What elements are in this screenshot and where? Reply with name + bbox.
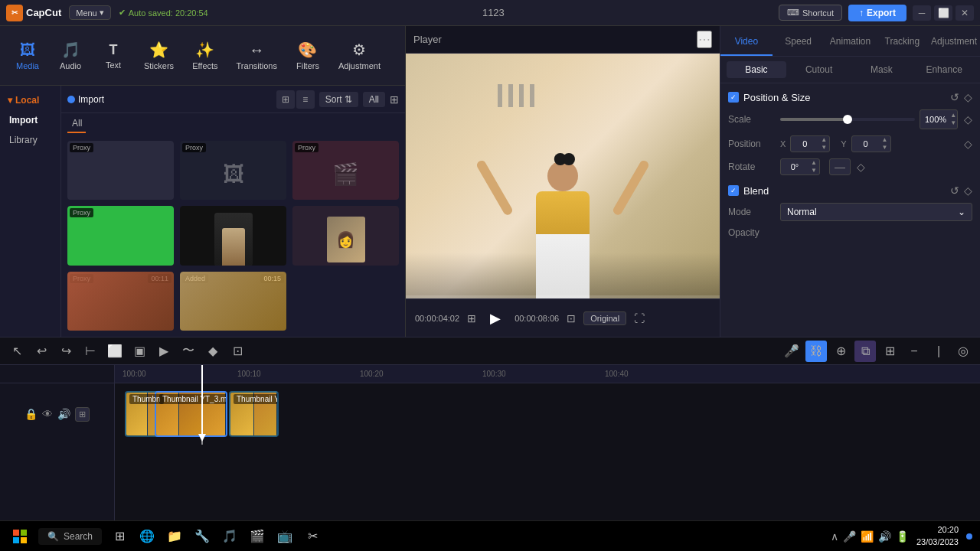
tool-filters[interactable]: 🎨 Filters [286,34,329,77]
minimize-button[interactable]: ─ [913,5,931,21]
chevron-up-icon[interactable]: ∧ [831,530,838,543]
subtab-mask[interactable]: Mask [852,61,912,78]
blend-checkbox[interactable]: ✓ [728,185,739,196]
player-scrub[interactable] [406,295,720,298]
blend-reset-btn[interactable]: ↺ [950,184,959,197]
tool-audio[interactable]: 🎵 Audio [49,34,92,77]
ripple-btn[interactable]: ⧉ [854,341,876,362]
filter-button[interactable]: ⊞ [390,93,399,106]
list-item[interactable]: Proxy 8824ed2...194.jpg [67,206,174,265]
shortcut-button[interactable]: ⌨ Shortcut [779,5,842,21]
browser-icon[interactable]: 🌐 [136,525,158,548]
subtab-basic[interactable]: Basic [727,61,786,78]
playhead[interactable] [201,365,203,434]
rotate-up[interactable]: ▲ [808,159,819,167]
mic-btn[interactable]: 🎤 [781,341,802,362]
x-down[interactable]: ▼ [818,144,829,152]
sidebar-item-library[interactable]: Library [3,132,57,148]
scale-arrows[interactable]: ▲ ▼ [948,112,959,127]
filter-all-btn[interactable]: All [67,116,87,130]
app4-icon[interactable]: 📺 [273,525,296,548]
list-item[interactable]: Proxy 5.jpg [67,141,174,200]
app3-icon[interactable]: 🎬 [246,525,269,548]
track-thumbnail-btn[interactable]: ⊞ [75,407,90,422]
scale-diamond[interactable]: ◇ [964,113,972,126]
magnetic-btn[interactable]: ⊕ [830,341,851,362]
fit-tl-btn[interactable]: ⊡ [227,341,248,362]
tab-animation[interactable]: Animation [825,26,877,56]
track-mute-btn[interactable]: 🔊 [57,408,70,420]
menu-button[interactable]: Menu ▾ [69,5,111,20]
list-item[interactable]: Proxy 🎬 video.mp4 [292,141,399,200]
sort-button[interactable]: Sort ⇅ [319,92,358,107]
system-clock[interactable]: 20:20 23/03/2023 [916,524,959,548]
reset-btn[interactable]: ↺ [950,91,959,103]
diamond-btn[interactable]: ◇ [964,91,972,103]
crop-btn[interactable]: ⬜ [104,341,126,362]
maximize-button[interactable]: ⬜ [934,5,952,21]
undo-btn[interactable]: ↩ [31,341,52,362]
select-tool-btn[interactable]: ↖ [6,341,28,362]
list-item[interactable]: Zayn-Mali...0-480.jpg [180,206,286,265]
table-row[interactable]: Thumbnail YT_3.mp4 [155,391,227,437]
tab-speed[interactable]: Speed [773,26,825,56]
grid-view-btn[interactable]: ⊞ [276,90,295,109]
app1-icon[interactable]: 🔧 [191,525,214,548]
subtab-cutout[interactable]: Cutout [789,61,849,78]
taskview-btn[interactable]: ⊞ [108,525,131,548]
tool-adjustment[interactable]: ⚙ Adjustment [329,34,390,77]
notification-badge[interactable] [966,533,972,540]
x-up[interactable]: ▲ [818,136,829,144]
track-lock-btn[interactable]: 🔒 [24,408,38,420]
subtab-enhance[interactable]: Enhance [914,61,974,78]
blend-mode-select[interactable]: Normal ⌄ [780,203,972,221]
rotate-input[interactable]: 0° ▲ ▼ [780,158,820,175]
scale-up[interactable]: ▲ [948,112,959,119]
position-diamond[interactable]: ◇ [964,138,972,150]
list-view-btn[interactable]: ≡ [296,90,315,109]
fit-icon-btn[interactable]: ⊡ [567,312,576,324]
zoom-in-btn[interactable]: | [928,341,949,362]
tool-stickers[interactable]: ⭐ Stickers [135,34,183,77]
frame-btn[interactable]: ▣ [129,341,150,362]
original-badge[interactable]: Original [583,311,626,325]
wifi-icon[interactable]: 📶 [861,530,874,543]
scale-slider[interactable] [780,118,915,121]
list-item[interactable]: Added 00:15 Thumbn...3.mp4 [180,272,286,331]
redo-btn[interactable]: ↪ [55,341,77,362]
link-btn[interactable]: ⛓ [805,341,827,362]
tool-media[interactable]: 🖼 Media [6,35,49,77]
ratio-btn[interactable]: ⊞ [879,341,900,362]
y-input[interactable]: 0 ▲ ▼ [851,135,891,152]
tab-tracking[interactable]: Tracking [876,26,928,56]
tool-transitions[interactable]: ↔ Transitions [227,35,286,77]
play-tl-btn[interactable]: ▶ [153,341,175,362]
tab-video[interactable]: Video [720,26,773,56]
sidebar-item-import[interactable]: Import [3,112,57,129]
table-row[interactable]: Thumbnail Y [229,391,279,437]
rotate-arrows[interactable]: ▲ ▼ [808,159,819,174]
start-button[interactable] [8,524,32,549]
marker-btn[interactable]: ◆ [202,341,224,362]
tool-text[interactable]: T Text [92,36,135,76]
y-up[interactable]: ▲ [880,136,890,144]
scale-down[interactable]: ▼ [948,119,959,127]
list-item[interactable]: 👩 Screensho...53241.jpg [292,206,399,265]
tab-adjustment[interactable]: Adjustment [928,26,980,56]
list-item[interactable]: Proxy 🖼 Untitle...ign.png [180,141,286,200]
split-btn[interactable]: ⊢ [80,341,101,362]
volume-icon[interactable]: 🔊 [878,530,891,543]
settings-btn[interactable]: ◎ [952,341,974,362]
x-input[interactable]: 0 ▲ ▼ [790,135,830,152]
waveform-btn[interactable]: 〜 [178,341,199,362]
track-hide-btn[interactable]: 👁 [42,408,53,420]
y-down[interactable]: ▼ [880,144,890,152]
grid-icon-btn[interactable]: ⊞ [467,312,476,324]
app2-icon[interactable]: 🎵 [218,525,241,548]
rotate-down[interactable]: ▼ [808,167,819,174]
play-button[interactable]: ▶ [484,307,507,330]
tool-effects[interactable]: ✨ Effects [183,34,227,77]
x-arrows[interactable]: ▲ ▼ [818,136,829,152]
zoom-out-btn[interactable]: − [903,341,925,362]
position-size-checkbox[interactable]: ✓ [728,92,739,103]
